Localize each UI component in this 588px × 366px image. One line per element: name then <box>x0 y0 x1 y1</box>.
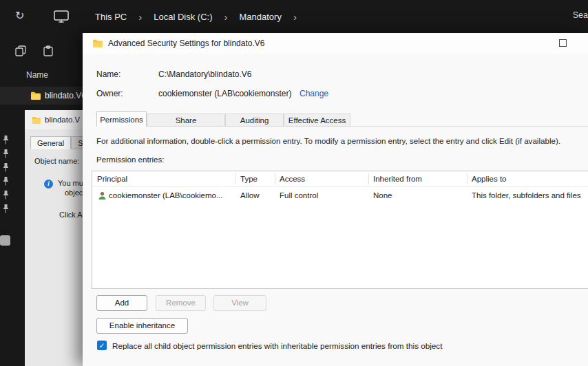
name-column-header[interactable]: Name <box>26 70 48 80</box>
folder-icon <box>32 116 41 124</box>
column-header-inherited-from[interactable]: Inherited from <box>373 171 422 186</box>
chevron-right-icon[interactable]: › <box>224 11 227 23</box>
cell-principal: cookiemonster (LAB\cookiemo... <box>109 187 223 204</box>
explorer-window: ↻ This PC › Local Disk (C:) › Mandatory … <box>0 0 588 366</box>
owner-label: Owner: <box>96 89 123 98</box>
dialog-titlebar[interactable]: Advanced Security Settings for blindato.… <box>83 33 588 54</box>
pin-icon[interactable] <box>3 162 9 175</box>
column-divider <box>368 173 369 184</box>
cell-access: Full control <box>280 187 318 204</box>
this-pc-icon <box>54 10 69 25</box>
tab-effective-access[interactable]: Effective Access <box>284 114 350 127</box>
breadcrumb: This PC › Local Disk (C:) › Mandatory › <box>95 0 297 33</box>
info-text-line: object. <box>65 189 83 197</box>
list-item-blindato[interactable]: blindato.V6 <box>0 87 83 105</box>
column-divider <box>275 173 275 184</box>
tab-auditing[interactable]: Auditing <box>225 114 284 127</box>
info-text-line: You mus <box>58 179 83 187</box>
column-header-applies-to[interactable]: Applies to <box>472 171 507 186</box>
pin-icon[interactable] <box>3 204 9 216</box>
properties-dialog-titlebar[interactable]: blindato.V <box>25 110 83 129</box>
owner-value: cookiemonster (LAB\cookiemonster) <box>158 89 291 98</box>
cell-inherited-from: None <box>373 187 392 204</box>
object-name-label: Object name: <box>34 157 79 165</box>
chevron-right-icon[interactable]: › <box>293 11 297 23</box>
copy-icon[interactable] <box>15 45 26 59</box>
search-input[interactable]: Sea <box>573 10 588 20</box>
change-owner-link[interactable]: Change <box>300 89 328 98</box>
replace-permissions-checkbox[interactable]: ✓ <box>97 341 107 350</box>
pin-icon[interactable] <box>3 176 9 189</box>
enable-inheritance-button[interactable]: Enable inheritance <box>96 318 188 334</box>
remove-button[interactable]: Remove <box>156 295 206 311</box>
user-icon <box>98 191 107 203</box>
list-item-label: blindato.V6 <box>45 91 86 100</box>
chevron-right-icon[interactable]: › <box>138 11 142 23</box>
cell-applies-to: This folder, subfolders and files <box>472 187 581 204</box>
properties-dialog-title: blindato.V <box>45 116 80 124</box>
name-value: C:\Mandatory\blindato.V6 <box>158 69 251 79</box>
dialog-tabs: Permissions Share Auditing Effective Acc… <box>96 111 588 127</box>
breadcrumb-mandatory[interactable]: Mandatory <box>239 12 281 22</box>
view-button[interactable]: View <box>213 295 266 311</box>
refresh-icon[interactable]: ↻ <box>15 9 24 22</box>
info-text-line: Click Ad <box>59 211 83 219</box>
tab-sharing[interactable]: Sha <box>71 136 83 149</box>
tab-share[interactable]: Share <box>147 114 225 127</box>
address-bar: ↻ This PC › Local Disk (C:) › Mandatory … <box>0 0 588 33</box>
add-button[interactable]: Add <box>96 295 147 311</box>
column-header-type[interactable]: Type <box>240 171 258 186</box>
column-divider <box>235 173 236 184</box>
folder-icon <box>30 92 41 100</box>
permissions-description: For additional information, double-click… <box>96 136 588 145</box>
breadcrumb-this-pc[interactable]: This PC <box>95 12 127 22</box>
pin-icon[interactable] <box>3 149 9 161</box>
scroll-indicator[interactable] <box>0 235 10 246</box>
column-header-access[interactable]: Access <box>280 171 305 186</box>
column-header-principal[interactable]: Principal <box>97 171 127 186</box>
column-divider <box>467 173 468 184</box>
tab-general[interactable]: General <box>30 136 71 149</box>
properties-tabs: General Sha <box>30 136 83 149</box>
permission-entries-label: Permission entries: <box>96 155 165 164</box>
pin-icon[interactable] <box>3 190 9 202</box>
replace-permissions-label[interactable]: Replace all child object permission entr… <box>112 341 442 350</box>
breadcrumb-local-disk[interactable]: Local Disk (C:) <box>154 12 212 22</box>
permission-entries-table: Principal Type Access Inherited from App… <box>92 171 588 289</box>
table-row[interactable]: cookiemonster (LAB\cookiemo... Allow Ful… <box>92 187 588 204</box>
maximize-button[interactable] <box>559 39 567 47</box>
tab-permissions[interactable]: Permissions <box>96 111 147 127</box>
replace-permissions-row: ✓ Replace all child object permission en… <box>97 341 442 350</box>
cell-type: Allow <box>240 187 259 204</box>
folder-icon <box>92 39 103 47</box>
dialog-title: Advanced Security Settings for blindato.… <box>108 39 264 48</box>
name-label: Name: <box>96 69 120 79</box>
info-icon: i <box>44 180 53 189</box>
properties-dialog: blindato.V General Sha Object name: i Yo… <box>25 110 83 366</box>
advanced-security-dialog: Advanced Security Settings for blindato.… <box>83 33 588 366</box>
pin-icon[interactable] <box>3 135 9 147</box>
paste-icon[interactable] <box>43 45 54 59</box>
